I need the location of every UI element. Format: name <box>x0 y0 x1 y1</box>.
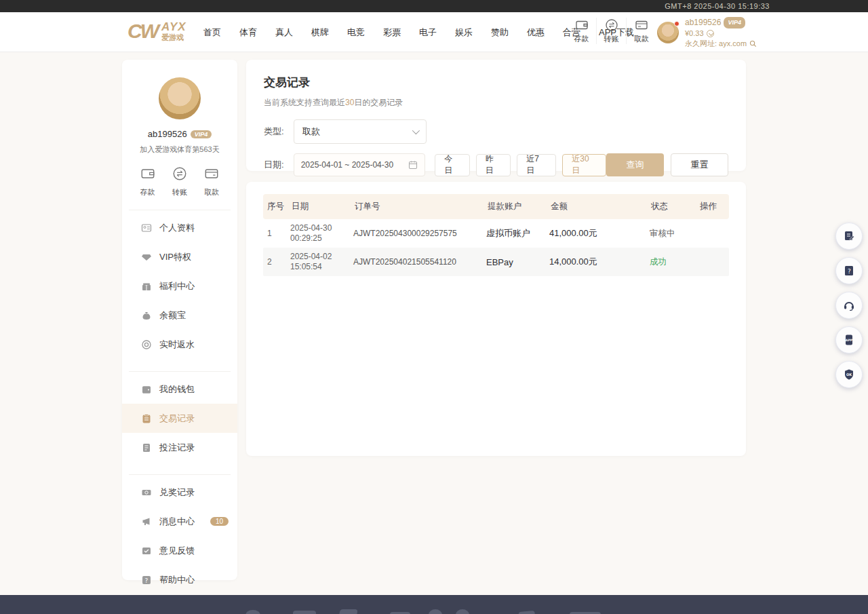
survey-feedback-button[interactable] <box>835 223 863 250</box>
transfer-icon <box>172 166 188 185</box>
nav-entertainment[interactable]: 娱乐 <box>455 26 473 39</box>
user-info[interactable]: ab199526 VIP4 ¥0.33 永久网址: ayx.com <box>685 17 757 49</box>
col-account: 提款账户 <box>486 201 549 212</box>
row-date-day: 2025-04-02 <box>290 252 353 262</box>
sidebar-item-label: 福利中心 <box>159 280 195 292</box>
sidebar-item-rebate[interactable]: 实时返水 <box>122 330 237 359</box>
table-row: 1 2025-04-30 00:29:25 AJWT20250430002925… <box>263 219 729 248</box>
row-account: 虚拟币账户 <box>486 227 549 239</box>
row-date-time: 00:29:25 <box>290 233 353 244</box>
id-card-icon <box>141 223 152 233</box>
logo-mark-icon: CW <box>127 19 157 43</box>
query-button[interactable]: 查询 <box>606 153 664 176</box>
sidebar-item-label: 个人资料 <box>159 222 195 234</box>
profile-section: ab199526 VIP4 加入爱游戏体育第563天 存款 转账 <box>122 60 237 197</box>
subtitle-suffix: 日的交易记录 <box>354 98 403 107</box>
profile-vip-badge: VIP4 <box>191 130 212 138</box>
gmt-datetime: GMT+8 2025-04-30 15:19:33 <box>665 0 770 12</box>
gift-icon <box>141 281 152 292</box>
sidebar-transfer-button[interactable]: 转账 <box>172 166 188 197</box>
nav-sponsor[interactable]: 赞助 <box>491 26 509 39</box>
row-no: 1 <box>263 229 290 238</box>
range-30days-button[interactable]: 近30日 <box>562 154 606 176</box>
search-icon[interactable] <box>749 40 757 47</box>
transfer-button[interactable]: 转账 <box>597 18 627 44</box>
prize-records-icon <box>141 487 152 498</box>
profile-username: ab199526 <box>148 129 187 139</box>
sidebar-item-feedback[interactable]: 意见反馈 <box>122 536 237 565</box>
sidebar-item-transaction-records[interactable]: 交易记录 <box>122 404 237 433</box>
nav-sports[interactable]: 体育 <box>239 26 257 39</box>
nav-promo[interactable]: 优惠 <box>527 26 545 39</box>
sidebar-item-bet-records[interactable]: 投注记录 <box>122 433 237 462</box>
app-download-button[interactable]: APP <box>835 326 863 353</box>
col-action: 操作 <box>698 201 729 212</box>
col-no: 序号 <box>263 201 290 212</box>
sidebar-withdraw-label: 取款 <box>204 187 219 197</box>
username: ab199526 <box>685 18 721 28</box>
date-filter-label: 日期: <box>264 159 294 171</box>
user-avatar[interactable] <box>657 22 679 43</box>
sidebar: ab199526 VIP4 加入爱游戏体育第563天 存款 转账 <box>122 60 237 580</box>
edit-note-icon <box>842 229 856 243</box>
row-order-no: AJWT202504300029257575 <box>353 229 486 238</box>
nav-cards[interactable]: 棋牌 <box>311 26 329 39</box>
app-download-icon: APP <box>842 333 856 347</box>
records-table-panel: 序号 日期 订单号 提款账户 金额 状态 操作 1 2025-04-30 00:… <box>246 182 746 456</box>
sidebar-item-label: 我的钱包 <box>159 383 195 396</box>
page-body: ab199526 VIP4 加入爱游戏体育第563天 存款 转账 <box>0 52 868 595</box>
brand-logo[interactable]: CW AYX 爱游戏 <box>127 19 186 43</box>
sidebar-withdraw-button[interactable]: 取款 <box>203 166 220 197</box>
sidebar-item-message-center[interactable]: 消息中心 10 <box>122 507 237 536</box>
range-today-button[interactable]: 今日 <box>435 154 470 176</box>
sidebar-item-yuebao[interactable]: 余额宝 <box>122 301 237 330</box>
sidebar-transfer-label: 转账 <box>172 187 187 197</box>
faq-book-icon: ? <box>842 264 856 277</box>
nav-home[interactable]: 首页 <box>203 26 221 39</box>
sidebar-item-vip[interactable]: VIP特权 <box>122 242 237 271</box>
security-check-button[interactable]: OK <box>835 361 863 388</box>
sidebar-item-profile[interactable]: 个人资料 <box>122 213 237 242</box>
page-subtitle: 当前系统支持查询最近30日的交易记录 <box>264 97 728 109</box>
logo-sub-text: 爱游戏 <box>161 34 186 41</box>
nav-slots[interactable]: 电子 <box>419 26 437 39</box>
row-status: 审核中 <box>650 228 698 239</box>
col-status: 状态 <box>650 201 698 212</box>
main-header: CW AYX 爱游戏 首页 体育 真人 棋牌 电竞 彩票 电子 娱乐 赞助 优惠… <box>0 12 868 52</box>
gmt-time-bar: GMT+8 2025-04-30 15:19:33 <box>0 0 868 12</box>
svg-text:?: ? <box>145 577 149 583</box>
customer-service-button[interactable] <box>835 292 863 319</box>
transaction-records-icon <box>141 413 152 424</box>
sidebar-deposit-label: 存款 <box>140 187 155 197</box>
sidebar-item-welfare[interactable]: 福利中心 <box>122 271 237 301</box>
sidebar-item-label: 帮助中心 <box>159 574 195 586</box>
col-amount: 金额 <box>549 201 650 212</box>
partner-logo <box>293 611 316 614</box>
withdraw-button[interactable]: 取款 <box>627 18 656 44</box>
type-filter-label: 类型: <box>264 126 294 138</box>
balance-refresh-icon[interactable] <box>707 30 714 37</box>
sidebar-item-prize-records[interactable]: 兑奖记录 <box>122 478 237 507</box>
subtitle-prefix: 当前系统支持查询最近 <box>264 98 345 107</box>
date-range-input[interactable]: 2025-04-01 ~ 2025-04-30 <box>294 153 426 176</box>
sidebar-item-my-wallet[interactable]: 我的钱包 <box>122 375 237 404</box>
rebate-icon <box>141 339 152 350</box>
withdraw-card-icon <box>203 166 220 185</box>
sidebar-item-help-center[interactable]: ? 帮助中心 <box>122 565 237 594</box>
nav-live[interactable]: 真人 <box>275 26 293 39</box>
range-yesterday-button[interactable]: 昨日 <box>476 154 511 176</box>
date-range-value: 2025-04-01 ~ 2025-04-30 <box>301 160 393 170</box>
logo-brand-text: AYX <box>161 21 186 33</box>
help-icon: ? <box>141 575 152 586</box>
divider <box>129 371 231 372</box>
faq-button[interactable]: ? <box>835 257 863 284</box>
reset-button[interactable]: 重置 <box>671 153 728 176</box>
deposit-button[interactable]: 存款 <box>567 18 597 44</box>
range-7days-button[interactable]: 近7日 <box>517 154 556 176</box>
joined-days-text: 加入爱游戏体育第563天 <box>122 145 237 155</box>
nav-lottery[interactable]: 彩票 <box>383 26 401 39</box>
sidebar-deposit-button[interactable]: 存款 <box>140 166 156 197</box>
nav-esports[interactable]: 电竞 <box>347 26 365 39</box>
divider <box>129 474 231 475</box>
type-select[interactable]: 取款 <box>294 119 427 144</box>
